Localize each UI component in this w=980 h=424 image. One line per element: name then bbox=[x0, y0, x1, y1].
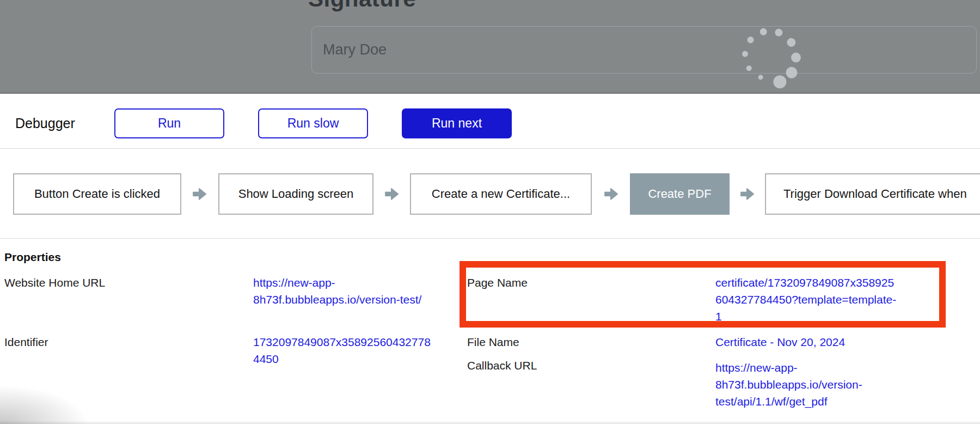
run-button[interactable]: Run bbox=[114, 108, 224, 138]
step-arrow-icon bbox=[739, 187, 755, 201]
window-corner-shadow bbox=[0, 386, 87, 424]
property-value-page-name[interactable]: certificate/1732097849087x35892560432778… bbox=[715, 274, 898, 325]
step-arrow-icon bbox=[192, 187, 207, 201]
workflow-step-2[interactable]: Show Loading screen bbox=[218, 173, 373, 215]
properties-heading: Properties bbox=[4, 251, 61, 264]
property-value-identifier[interactable]: 1732097849087x358925604327784450 bbox=[253, 334, 436, 367]
workflow-step-3[interactable]: Create a new Certificate... bbox=[410, 173, 592, 215]
property-value-file-name[interactable]: Certificate - Nov 20, 2024 bbox=[715, 334, 898, 350]
property-value-callback-url[interactable]: https://new-app-8h73f.bubbleapps.io/vers… bbox=[715, 359, 898, 410]
property-label-identifier: Identifier bbox=[4, 334, 48, 350]
property-label-callback-url: Callback URL bbox=[467, 357, 537, 374]
property-label-file-name: File Name bbox=[467, 334, 519, 350]
debugger-title: Debugger bbox=[15, 116, 75, 131]
workflow-step-5[interactable]: Trigger Download Certificate when bbox=[765, 173, 980, 215]
workflow-step-4-active[interactable]: Create PDF bbox=[630, 173, 730, 215]
toolbar-divider bbox=[0, 148, 980, 149]
property-label-page-name: Page Name bbox=[467, 274, 528, 291]
bubble-debugger-screen: Signature Debugger Run Run slow Run next… bbox=[0, 0, 980, 424]
property-label-website-home-url: Website Home URL bbox=[4, 274, 105, 291]
run-next-button[interactable]: Run next bbox=[402, 108, 512, 138]
signature-input[interactable] bbox=[311, 26, 977, 74]
signature-heading: Signature bbox=[308, 0, 416, 12]
run-slow-button[interactable]: Run slow bbox=[258, 108, 368, 138]
bottom-edge-shadow bbox=[0, 421, 980, 424]
dimmed-page-overlay: Signature bbox=[0, 0, 980, 94]
step-arrow-icon bbox=[384, 187, 399, 201]
step-arrow-icon bbox=[603, 187, 618, 201]
steps-divider bbox=[0, 238, 980, 239]
workflow-step-1[interactable]: Button Create is clicked bbox=[13, 173, 181, 215]
property-value-website-home-url[interactable]: https://new-app-8h73f.bubbleapps.io/vers… bbox=[253, 274, 436, 308]
